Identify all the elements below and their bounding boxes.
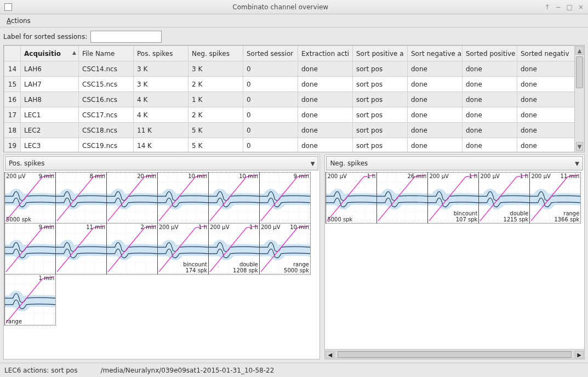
cell-ext: done <box>298 92 353 107</box>
thumb-time-label: 9 min <box>39 173 54 179</box>
col-extraction-action[interactable]: Extraction acti <box>298 46 353 61</box>
cell-pos: 4 K <box>134 107 189 123</box>
col-pos-spikes[interactable]: Pos. spikes <box>134 46 189 61</box>
shade-icon[interactable]: ↑ <box>544 3 550 11</box>
thumb-mode-label: bincount <box>454 210 478 216</box>
thumb-mode-label: range <box>293 261 309 267</box>
col-rownum[interactable] <box>4 46 21 61</box>
cell-sess: 0 <box>243 92 298 107</box>
cell-pos: 14 K <box>134 138 189 152</box>
thumb-spk-label: 1366 spk <box>554 216 579 222</box>
label-row: Label for sorted sessions: <box>3 31 585 43</box>
maximize-icon[interactable]: □ <box>567 3 573 11</box>
thumb-scale-label: 200 µV <box>261 224 280 230</box>
table-row[interactable]: 16LAH8CSC16.ncs4 K1 K0donesort posdonedo… <box>4 92 575 107</box>
cell-acq: LEC3 <box>21 138 79 152</box>
cell-n: 15 <box>4 77 21 92</box>
waveform-thumb[interactable]: 10 min <box>157 172 209 224</box>
pos-thumbnails: 200 µV9 min5000 spk 8 min 20 min 10 min <box>4 172 319 359</box>
status-actions: LEC6 actions: sort pos <box>4 367 77 374</box>
neg-spikes-selector[interactable]: Neg. spikes ▼ <box>326 156 583 170</box>
hscroll-thumb[interactable] <box>338 351 572 358</box>
thumb-time-label: 11 min <box>561 173 580 179</box>
waveform-thumb[interactable]: 2 min <box>106 223 158 275</box>
minimize-icon[interactable]: − <box>556 3 561 11</box>
col-filename[interactable]: File Name <box>79 46 134 61</box>
neg-spikes-panel: Neg. spikes ▼ 200 µV1 h5000 spk 26 min <box>324 155 585 359</box>
waveform-thumb[interactable]: 200 µV1 hbincount107 spk <box>427 172 479 224</box>
col-sort-positive-action[interactable]: Sort positive a <box>353 46 408 61</box>
cell-sortedpos: done <box>463 107 517 123</box>
table-row[interactable]: 14LAH6CSC14.ncs3 K3 K0donesort posdonedo… <box>4 61 575 77</box>
cell-sortneg: done <box>408 77 463 92</box>
table-vertical-scrollbar[interactable]: ▲ ▼ <box>574 45 584 152</box>
sorted-sessions-input[interactable] <box>90 31 162 43</box>
thumb-mode-label: bincount <box>183 261 207 267</box>
waveform-thumb[interactable]: 200 µV1 hdouble1215 spk <box>478 172 530 224</box>
waveform-thumb[interactable]: 10 min <box>208 172 260 224</box>
waveform-thumb[interactable]: 200 µV11 minrange1366 spk <box>529 172 581 224</box>
cell-sortedpos: done <box>463 92 517 107</box>
cell-sortedneg: done <box>517 77 575 92</box>
cell-sess: 0 <box>243 138 298 152</box>
scrollbar-thumb[interactable] <box>576 56 583 88</box>
waveform-thumb[interactable]: 9 min <box>4 223 56 275</box>
col-neg-spikes[interactable]: Neg. spikes <box>189 46 243 61</box>
thumb-scale-label: 200 µV <box>327 173 346 179</box>
waveform-thumb[interactable]: 200 µV9 min5000 spk <box>4 172 56 224</box>
neg-horizontal-scrollbar[interactable]: ◀ ▶ <box>325 349 584 359</box>
pos-selector-label: Pos. spikes <box>9 159 44 167</box>
cell-neg: 2 K <box>189 77 243 92</box>
thumb-scale-label: 200 µV <box>480 173 499 179</box>
waveform-thumb[interactable]: 20 min <box>106 172 158 224</box>
cell-pos: 3 K <box>134 77 189 92</box>
table-row[interactable]: 18LEC2CSC18.ncs11 K5 K0donesort posdoned… <box>4 123 575 138</box>
table-row[interactable]: 15LAH7CSC15.ncs3 K2 K0donesort posdonedo… <box>4 77 575 92</box>
thumb-time-label: 9 min <box>39 224 54 230</box>
waveform-thumb[interactable]: 200 µV10 minrange5000 spk <box>259 223 311 275</box>
thumb-scale-label: 200 µV <box>210 224 229 230</box>
status-path: /media/Neuralynx/039e09sat1-2015-01-31_1… <box>100 367 274 374</box>
scroll-left-icon[interactable]: ◀ <box>326 351 334 358</box>
cell-ext: done <box>298 77 353 92</box>
waveform-thumb[interactable]: 9 min <box>259 172 311 224</box>
waveform-thumb[interactable]: 200 µV1 h5000 spk <box>326 172 377 224</box>
cell-sess: 0 <box>243 107 298 123</box>
waveform-thumb[interactable]: 26 min <box>376 172 428 224</box>
col-sort-negative-action[interactable]: Sort negative a <box>408 46 463 61</box>
hscroll-track[interactable] <box>335 351 574 358</box>
close-icon[interactable]: × <box>578 3 584 11</box>
cell-acq: LAH7 <box>21 77 79 92</box>
col-acquisition[interactable]: Acquisitio▲ <box>21 46 79 61</box>
cell-sess: 0 <box>243 123 298 138</box>
col-sorted-negative[interactable]: Sorted negativ <box>517 46 575 61</box>
cell-n: 19 <box>4 138 21 152</box>
cell-neg: 1 K <box>189 92 243 107</box>
scroll-up-icon[interactable]: ▲ <box>575 46 584 55</box>
cell-acq: LAH8 <box>21 92 79 107</box>
waveform-thumb[interactable]: 11 min <box>55 223 107 275</box>
actions-menu[interactable]: Actions <box>3 16 34 26</box>
neg-selector-label: Neg. spikes <box>330 159 368 167</box>
waveform-thumb[interactable]: 1 minrange <box>4 274 56 325</box>
cell-sortneg: done <box>408 107 463 123</box>
scroll-down-icon[interactable]: ▼ <box>576 142 583 151</box>
col-sorted-positive[interactable]: Sorted positive <box>463 46 517 61</box>
thumb-time-label: 8 min <box>90 173 105 179</box>
cell-neg: 3 K <box>189 61 243 77</box>
col-sorted-sessions[interactable]: Sorted sessior <box>243 46 298 61</box>
chevron-down-icon: ▼ <box>311 161 315 167</box>
chevron-down-icon: ▼ <box>575 161 579 167</box>
cell-sortpos: sort pos <box>353 92 408 107</box>
table-row[interactable]: 17LEC1CSC17.ncs4 K2 K0donesort posdonedo… <box>4 107 575 123</box>
thumb-time-label: 9 min <box>294 173 309 179</box>
thumb-time-label: 1 h <box>520 173 528 179</box>
app-icon <box>4 3 12 11</box>
waveform-thumb[interactable]: 200 µV1 hbincount174 spk <box>157 223 209 275</box>
cell-sortpos: sort pos <box>353 138 408 152</box>
scroll-right-icon[interactable]: ▶ <box>575 351 584 358</box>
pos-spikes-selector[interactable]: Pos. spikes ▼ <box>5 156 318 170</box>
waveform-thumb[interactable]: 200 µV1 hdouble1208 spk <box>208 223 260 275</box>
table-row[interactable]: 19LEC3CSC19.ncs14 K5 K0donesort posdoned… <box>4 138 575 152</box>
waveform-thumb[interactable]: 8 min <box>55 172 107 224</box>
